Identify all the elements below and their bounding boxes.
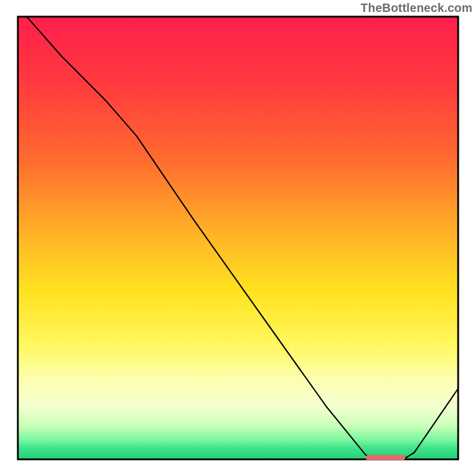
gradient-background — [18, 17, 458, 459]
bottleneck-chart — [0, 0, 476, 476]
optimal-range-marker — [366, 455, 406, 461]
watermark-text: TheBottleneck.com — [361, 1, 472, 15]
plot-area — [18, 17, 458, 461]
